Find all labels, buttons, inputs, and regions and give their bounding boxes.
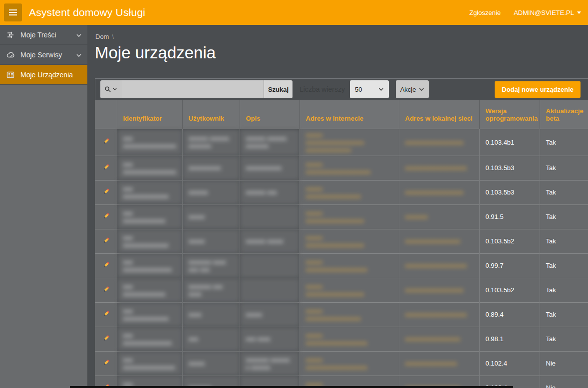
search-group: Szukaj (100, 80, 293, 98)
edit-cell[interactable] (95, 351, 117, 376)
device-description: xxxxxx xxxxxxxxxxxxx (240, 129, 299, 156)
sidebar-item-moje-serwisy[interactable]: Moje Serwisy (0, 45, 87, 65)
col-aktualizacje-beta[interactable]: Aktualizacje beta (540, 100, 588, 129)
edit-pencil-icon[interactable] (102, 263, 110, 271)
device-lan-address-cell: xxxxxxx (399, 204, 479, 229)
table-row: xxx xxxxxxxxxxxxxx xxxxxx xxxxxx xxx xxx… (95, 180, 588, 204)
search-button[interactable]: Szukaj (264, 80, 293, 98)
edit-pencil-icon[interactable] (102, 166, 110, 173)
add-device-button[interactable]: Dodaj nowe urządzenie (495, 81, 581, 98)
internet-address-link[interactable]: xxxxx:xxxxxxxxxxxxxxxxx (306, 185, 393, 200)
device-internet-address-cell: xxxxx:xxxxxxxxxxxxxxxxxx (299, 204, 399, 229)
lan-address-link[interactable]: xxxxxxxxxxxxxxxxx (405, 237, 473, 245)
lan-address-link[interactable]: xxxxxxxxxxxxxxxxxx (405, 286, 473, 294)
lan-address-link[interactable]: xxxxxxx (405, 213, 473, 220)
device-beta-updates: Tak (540, 156, 588, 180)
device-identifier: xxx xxxxxxxxxxxxxxxxxx (117, 156, 182, 180)
edit-cell[interactable] (95, 253, 117, 278)
chevron-down-icon (577, 11, 581, 14)
lan-address-link[interactable]: xxxxxxxxxxxxxxxx (405, 360, 473, 367)
devices-table: Identyfikator Użytkownik Opis Adres w In… (95, 100, 588, 388)
lan-address-link[interactable]: xxxxxxxxxxxxxxxxxx (405, 189, 473, 196)
lan-address-link[interactable]: xxxxxxxxxxxxxxxxxxx (405, 311, 473, 318)
lan-address-link[interactable]: xxxxxxxxxxxxxxxxx (405, 335, 473, 343)
device-firmware-version: 0.89.4 (479, 302, 540, 327)
col-uzytkownik[interactable]: Użytkownik (182, 100, 240, 129)
device-lan-address-cell: xxxxxxxxxxxxxxxxxx (399, 129, 479, 156)
edit-cell[interactable] (95, 129, 117, 156)
col-adres-lan[interactable]: Adres w lokalnej sieci (399, 100, 479, 129)
internet-address-link[interactable]: xxxxx:xxxxxxxxxxxxxxxxxxx (306, 332, 393, 347)
internet-address-link[interactable]: xxxxx:xxxxxxxxxxxxxxxxxx (306, 283, 393, 298)
actions-menu-button[interactable]: Akcje (396, 80, 429, 98)
device-description (240, 278, 299, 302)
sidebar: Moje Treści Moje Serwisy Moje Urządzenia (0, 25, 87, 388)
device-firmware-version: 0.103.5b3 (479, 156, 540, 180)
col-adres-internet[interactable]: Adres w Internecie (299, 100, 399, 129)
breadcrumb-home-link[interactable]: Dom (95, 33, 109, 40)
device-table-body: xxx xxxxxxxxxxxxxxxxx xxxxxx xxxxxxxxxxx… (95, 129, 588, 388)
device-internet-address-cell: xxxxx:xxxxxxxxxxxxxxxxxxxxxxxxxxxxxxxx (299, 129, 399, 156)
main-content: Dom\ Moje urządzenia Szukaj Liczba wiers… (87, 25, 588, 388)
menu-hamburger-icon[interactable] (4, 3, 22, 21)
cloud-icon (6, 50, 15, 59)
edit-cell[interactable] (95, 302, 117, 327)
col-opis[interactable]: Opis (240, 100, 299, 129)
table-row: xxx xxxxxxxxxxxxxx xxxxx xxxxxx xxxxx xx… (95, 229, 588, 253)
lan-address-link[interactable]: xxxxxxxxxxxxxxxxxxx (405, 164, 473, 172)
device-firmware-version: 0.103.5b3 (479, 180, 540, 204)
account-menu[interactable]: ADMIN@SVIETE.PL (514, 9, 581, 16)
device-firmware-version: 0.102.4 (479, 351, 540, 376)
rows-per-page-select[interactable]: 50 (350, 80, 389, 98)
edit-cell[interactable] (95, 229, 117, 253)
internet-address-link[interactable]: xxxxx:xxxxxxxxxxxxxxxxxx (306, 234, 393, 249)
internet-address-link[interactable]: xxxxx:xxxxxxxxxxxxxxxxxx (306, 209, 393, 224)
device-user: xxxxxxx xxxxxxx (182, 278, 240, 302)
col-edit (95, 100, 117, 129)
table-row: xxx xxxxxxxxxxxxxxxxxx xxxxxxxxxx xxxxxx… (95, 156, 588, 180)
lan-address-link[interactable]: xxxxxxxxxxxxxxxxxx (405, 139, 473, 146)
device-internet-address-cell: xxxxx:xxxxxxxxxxxxxxxxx (299, 180, 399, 204)
edit-pencil-icon[interactable] (102, 140, 110, 147)
horizontal-scrollbar[interactable] (70, 386, 513, 388)
app-header: Asystent domowy Usługi Zgłoszenie ADMIN@… (0, 0, 588, 25)
page-title: Moje urządzenia (87, 40, 588, 62)
edit-cell[interactable] (95, 327, 117, 351)
table-row: xxx xxxxxxxxxxxxxxx xxxxxxx xxxxxxx xxx … (95, 253, 588, 278)
device-internet-address-cell: xxxxx:xxxxxxxxxxxxxxxxxxx (299, 253, 399, 278)
edit-pencil-icon[interactable] (102, 239, 110, 246)
internet-address-link[interactable]: xxxxx:xxxxxxxxxxxxxxxxx (306, 307, 393, 322)
edit-pencil-icon[interactable] (102, 337, 110, 344)
sidebar-item-moje-urzadzenia[interactable]: Moje Urządzenia (0, 65, 87, 85)
rows-per-page-label: Liczba wierszy (299, 85, 345, 93)
device-user: xxxxxxxxxx (182, 156, 240, 180)
report-link[interactable]: Zgłoszenie (469, 9, 501, 16)
internet-address-link[interactable]: xxxxx:xxxxxxxxxxxxxxxxxxx (306, 356, 393, 371)
device-user: xxxxx (182, 351, 240, 376)
search-column-selector[interactable] (100, 80, 121, 98)
edit-pencil-icon[interactable] (102, 361, 110, 369)
device-lan-address-cell: xxxxxxxxxxxxxxxxx (399, 229, 479, 253)
col-identyfikator[interactable]: Identyfikator (117, 100, 182, 129)
edit-cell[interactable] (95, 156, 117, 180)
device-description: xxxxxx xxx (240, 180, 299, 204)
device-description: xxxxx (240, 302, 299, 327)
sidebar-item-moje-tresci[interactable]: Moje Treści (0, 25, 87, 45)
edit-pencil-icon[interactable] (102, 312, 110, 320)
table-toolbar: Szukaj Liczba wierszy 50 Akcje Dodaj now… (95, 79, 588, 100)
edit-pencil-icon[interactable] (102, 288, 110, 295)
internet-address-link[interactable]: xxxxx:xxxxxxxxxxxxxxxxxxx (306, 258, 393, 273)
edit-pencil-icon[interactable] (102, 214, 110, 222)
internet-address-link[interactable]: xxxxx:xxxxxxxxxxxxxxxxxxxx (306, 161, 393, 176)
device-firmware-version: 0.103.5b2 (479, 278, 540, 302)
edit-cell[interactable] (95, 204, 117, 229)
internet-address-link[interactable]: xxxxx:xxxxxxxxxxxxxxxxxxxxxxxxxxxxxxxx (306, 131, 393, 154)
edit-cell[interactable] (95, 180, 117, 204)
lan-address-link[interactable]: xxxxxxxxxxxxxxxxxxx (405, 262, 473, 269)
device-description: xxxxxxx xxxxxxx xxxxxx (240, 351, 299, 376)
chevron-down-icon (419, 88, 424, 91)
col-wersja[interactable]: Wersja oprogramowania (479, 100, 540, 129)
edit-pencil-icon[interactable] (102, 190, 110, 197)
search-input[interactable] (121, 80, 264, 98)
edit-cell[interactable] (95, 278, 117, 302)
